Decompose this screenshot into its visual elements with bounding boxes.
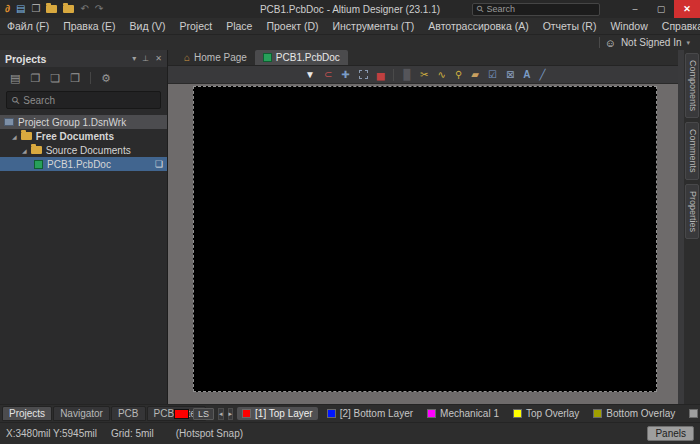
menu-design[interactable]: Проект (D) bbox=[259, 18, 325, 34]
project-group-icon bbox=[4, 118, 14, 126]
menu-file[interactable]: Файл (F) bbox=[0, 18, 56, 34]
tab-properties[interactable]: Properties bbox=[685, 184, 699, 239]
tree-item-free-documents[interactable]: ◢ Free Documents bbox=[0, 129, 167, 143]
panel-dropdown-icon[interactable]: ▾ bbox=[132, 54, 136, 63]
menu-view[interactable]: Вид (V) bbox=[123, 18, 173, 34]
global-search[interactable]: ⚲ bbox=[472, 3, 600, 16]
projects-panel-header: Projects ▾ ⊥ ✕ bbox=[0, 50, 167, 67]
snap-mode: (Hotspot Snap) bbox=[176, 428, 243, 439]
menu-reports[interactable]: Отчеты (R) bbox=[536, 18, 604, 34]
grid-setting: Grid: 5mil bbox=[111, 428, 154, 439]
menu-help[interactable]: Справка (H) bbox=[655, 18, 700, 34]
divider bbox=[599, 37, 600, 48]
line-icon[interactable]: ╱ bbox=[540, 70, 546, 80]
close-button[interactable]: ✕ bbox=[674, 0, 700, 18]
altium-designer-window: ∂ ▤ ❐ ↶ ↷ PCB1.PcbDoc - Altium Designer … bbox=[0, 0, 700, 444]
bar-chart-icon[interactable]: ▅ bbox=[377, 70, 385, 80]
expand-icon[interactable]: ◢ bbox=[12, 133, 17, 140]
layer-tab-top-layer[interactable]: [1] Top Layer bbox=[237, 407, 318, 420]
panel-settings-icon[interactable]: ⚙ bbox=[101, 72, 111, 85]
menu-autoroute[interactable]: Автотрассировка (A) bbox=[421, 18, 535, 34]
save-icon[interactable]: ▤ bbox=[16, 4, 25, 14]
panel-close-icon[interactable]: ✕ bbox=[155, 54, 162, 63]
tab-projects[interactable]: Projects bbox=[2, 406, 52, 421]
select-rect-icon[interactable] bbox=[359, 70, 368, 79]
projects-search-input[interactable] bbox=[23, 95, 143, 106]
layer-label: Mechanical 1 bbox=[440, 408, 499, 419]
compare-icon[interactable]: ❏ bbox=[50, 72, 60, 85]
layer-label: [2] Bottom Layer bbox=[340, 408, 413, 419]
edit-check-icon[interactable]: ☑ bbox=[488, 70, 497, 80]
text-icon[interactable]: A bbox=[523, 70, 530, 80]
menu-tools[interactable]: Инструменты (T) bbox=[326, 18, 422, 34]
open-document-icon[interactable] bbox=[63, 5, 74, 13]
sign-in-status[interactable]: Not Signed In bbox=[621, 37, 682, 48]
filter-icon[interactable]: ▼ bbox=[305, 70, 315, 80]
compile-icon[interactable]: ❐ bbox=[30, 72, 40, 85]
print-icon[interactable]: ❐ bbox=[31, 4, 40, 14]
tab-navigator[interactable]: Navigator bbox=[53, 406, 110, 421]
pad-icon[interactable]: ▉ bbox=[403, 70, 411, 80]
maximize-button[interactable]: ▢ bbox=[648, 0, 674, 18]
pcb-canvas[interactable] bbox=[193, 86, 657, 392]
lasso-select-icon[interactable]: ⊂ bbox=[324, 70, 332, 80]
tree-item-project-group[interactable]: Project Group 1.DsnWrk bbox=[0, 115, 167, 129]
sync-icon[interactable]: ❒ bbox=[70, 72, 80, 85]
layer-tab-mechanical-1[interactable]: Mechanical 1 bbox=[422, 407, 504, 420]
wire-cutter-icon[interactable]: ✂ bbox=[420, 70, 428, 80]
tab-comments[interactable]: Comments bbox=[685, 122, 699, 180]
document-state-icon: ❏ bbox=[155, 159, 163, 169]
scroll-left-icon[interactable]: ◂ bbox=[218, 408, 224, 420]
layer-tab-bottom-overlay[interactable]: Bottom Overlay bbox=[588, 407, 680, 420]
tree-item-label: Project Group 1.DsnWrk bbox=[18, 117, 126, 128]
layer-sets-button[interactable]: LS bbox=[193, 408, 214, 420]
expand-icon[interactable]: ◢ bbox=[22, 147, 27, 154]
open-folder-icon[interactable] bbox=[46, 5, 57, 13]
tab-pcb[interactable]: PCB bbox=[111, 406, 146, 421]
menu-window[interactable]: Window bbox=[603, 18, 654, 34]
tab-home-page[interactable]: ⌂ Home Page bbox=[176, 50, 255, 65]
layer-tab-bottom-layer[interactable]: [2] Bottom Layer bbox=[322, 407, 418, 420]
fill-icon[interactable]: ▰ bbox=[471, 70, 479, 80]
folder-icon bbox=[31, 146, 42, 154]
panel-pin-icon[interactable]: ⊥ bbox=[142, 54, 149, 63]
tab-label: PCB1.PcbDoc bbox=[276, 52, 340, 63]
plumb-icon[interactable]: ⚲ bbox=[455, 70, 462, 80]
layer-tab-top-overlay[interactable]: Top Overlay bbox=[508, 407, 584, 420]
projects-search[interactable]: ⚲ bbox=[6, 91, 161, 109]
document-area: ⌂ Home Page PCB1.PcbDoc ▼ ⊂ ✚ ▅ ▉ ✂ ∿ ⚲ bbox=[168, 50, 678, 404]
menu-project[interactable]: Project bbox=[172, 18, 219, 34]
layer-color-swatch bbox=[327, 409, 336, 418]
layer-bar: LS ◂ ▸ [1] Top Layer [2] Bottom Layer Me… bbox=[168, 405, 700, 422]
layer-color-swatch bbox=[427, 409, 436, 418]
divider bbox=[393, 69, 394, 81]
menu-edit[interactable]: Правка (E) bbox=[56, 18, 122, 34]
menu-place[interactable]: Place bbox=[219, 18, 259, 34]
polyline-icon[interactable]: ∿ bbox=[437, 70, 445, 80]
search-input[interactable] bbox=[487, 4, 587, 14]
save-project-icon[interactable]: ▤ bbox=[10, 72, 20, 85]
scroll-right-icon[interactable]: ▸ bbox=[228, 408, 234, 420]
tab-components[interactable]: Components bbox=[685, 53, 699, 118]
undo-icon[interactable]: ↶ bbox=[80, 4, 88, 14]
projects-panel-toolbar: ▤ ❐ ❏ ❒ ⚙ bbox=[0, 67, 167, 89]
current-layer-swatch[interactable] bbox=[174, 409, 189, 419]
user-avatar-icon: ☺ bbox=[605, 38, 616, 48]
layer-label: Bottom Overlay bbox=[606, 408, 675, 419]
divider bbox=[90, 72, 91, 84]
layer-color-swatch bbox=[513, 409, 522, 418]
layer-tab-top-paste[interactable]: Top Paste bbox=[684, 407, 700, 420]
tree-item-label: Source Documents bbox=[46, 145, 131, 156]
tree-item-pcb-doc[interactable]: PCB1.PcbDoc ❏ bbox=[0, 157, 167, 171]
frame-icon[interactable]: ⊠ bbox=[506, 70, 514, 80]
minimize-button[interactable]: – bbox=[622, 0, 648, 18]
tree-item-label: PCB1.PcbDoc bbox=[47, 159, 111, 170]
redo-icon[interactable]: ↷ bbox=[95, 4, 103, 14]
tree-item-source-documents[interactable]: ◢ Source Documents bbox=[0, 143, 167, 157]
tab-pcb1-pcbdoc[interactable]: PCB1.PcbDoc bbox=[255, 50, 348, 65]
chevron-down-icon[interactable]: ▾ bbox=[686, 39, 690, 47]
crosshair-icon[interactable]: ✚ bbox=[341, 70, 349, 80]
panels-button[interactable]: Panels bbox=[647, 426, 694, 441]
home-tab-icon: ⌂ bbox=[184, 52, 190, 63]
projects-panel-title: Projects bbox=[5, 53, 46, 65]
